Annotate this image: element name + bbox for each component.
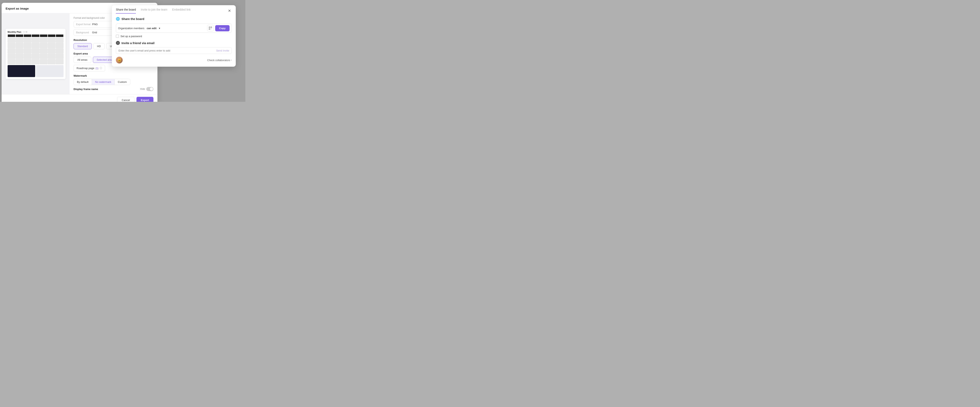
share-link-row: Organization members can edit ▾ bbox=[116, 24, 232, 33]
display-frame-toggle-group: Hide bbox=[140, 87, 153, 91]
display-frame-row: Display frame name Hide bbox=[73, 87, 153, 91]
permission-value: can edit bbox=[146, 27, 156, 30]
permission-dropdown[interactable]: Organization members can edit ▾ bbox=[118, 27, 160, 30]
display-frame-label: Display frame name bbox=[73, 88, 98, 90]
export-dialog-footer: Cancel Export bbox=[2, 94, 158, 102]
copy-button[interactable]: Copy bbox=[215, 25, 230, 31]
invite-title-text: Invite a friend via email bbox=[121, 41, 154, 45]
qr-code-button[interactable] bbox=[207, 25, 213, 31]
roadmap-label: Roadmap page bbox=[76, 67, 94, 70]
display-frame-toggle[interactable] bbox=[146, 87, 153, 91]
display-frame-value: Hide bbox=[140, 88, 145, 90]
permission-label: Organization members bbox=[118, 27, 145, 30]
watermark-none-button[interactable]: No watermark bbox=[92, 79, 115, 85]
export-dialog-title: Export as image bbox=[6, 7, 29, 10]
tab-invite-team[interactable]: Invite to join the team bbox=[141, 8, 167, 14]
svg-rect-7 bbox=[211, 29, 212, 29]
password-checkbox[interactable] bbox=[116, 35, 119, 38]
watermark-custom-button[interactable]: Custom bbox=[115, 79, 130, 85]
background-label: Background bbox=[76, 31, 92, 34]
minus-icon: − bbox=[116, 41, 120, 45]
collaborator-row: 🐱 Check collaborators › bbox=[116, 57, 232, 63]
cancel-button[interactable]: Cancel bbox=[117, 97, 134, 102]
preview-grid-header bbox=[8, 34, 64, 37]
resolution-standard-button[interactable]: Standard bbox=[73, 43, 92, 49]
check-collaborators-text: Check collaborators bbox=[207, 59, 230, 62]
password-label: Set up a password bbox=[121, 35, 142, 38]
resolution-hd-button[interactable]: HD bbox=[93, 43, 105, 49]
permission-arrow-icon: ▾ bbox=[159, 27, 160, 30]
tab-share-board[interactable]: Share the board bbox=[116, 8, 136, 14]
svg-rect-1 bbox=[209, 27, 210, 27]
check-collaborators-link[interactable]: Check collaborators › bbox=[207, 59, 232, 62]
export-preview-panel: Monthly Plan bbox=[2, 13, 70, 94]
watermark-option-group: By default No watermark Custom bbox=[73, 79, 130, 85]
export-button[interactable]: Export bbox=[137, 97, 153, 102]
watermark-section-title: Watermark bbox=[73, 74, 153, 77]
svg-rect-6 bbox=[211, 29, 211, 29]
invite-email-input[interactable] bbox=[118, 49, 216, 52]
share-dialog: Share the board Invite to join the team … bbox=[112, 5, 236, 67]
share-close-button[interactable]: ✕ bbox=[227, 8, 232, 13]
collaborator-avatar: 🐱 bbox=[116, 57, 123, 63]
preview-bottom-cards bbox=[8, 65, 64, 77]
invite-input-row: Send Invite bbox=[116, 47, 232, 54]
watermark-default-button[interactable]: By default bbox=[74, 79, 92, 85]
toggle-knob bbox=[150, 87, 153, 90]
share-title-text: Share the board bbox=[121, 17, 144, 21]
share-dialog-header: Share the board Invite to join the team … bbox=[112, 5, 236, 14]
roadmap-info-icon: ⓘ bbox=[100, 67, 102, 70]
share-tabs: Share the board Invite to join the team … bbox=[116, 8, 191, 14]
send-invite-button[interactable]: Send Invite bbox=[216, 49, 229, 52]
roadmap-count: (1) bbox=[95, 67, 99, 70]
preview-title: Monthly Plan bbox=[8, 31, 64, 33]
svg-rect-9 bbox=[211, 29, 212, 29]
preview-dots bbox=[23, 32, 27, 32]
globe-icon: 🌐 bbox=[116, 17, 120, 21]
invite-section-title: − Invite a friend via email bbox=[116, 41, 232, 45]
svg-rect-3 bbox=[211, 27, 212, 27]
svg-rect-8 bbox=[211, 29, 211, 29]
password-row: Set up a password bbox=[116, 35, 232, 38]
chevron-right-icon: › bbox=[231, 59, 232, 62]
area-all-button[interactable]: All areas bbox=[73, 57, 91, 63]
export-preview-image: Monthly Plan bbox=[6, 29, 65, 79]
share-dialog-body: 🌐 Share the board Organization members c… bbox=[112, 14, 236, 67]
svg-rect-5 bbox=[209, 29, 210, 29]
tab-embedded-link[interactable]: Embedded link bbox=[172, 8, 191, 14]
avatar-image: 🐱 bbox=[116, 57, 123, 63]
preview-grid-rows bbox=[8, 38, 64, 64]
roadmap-page-button[interactable]: Roadmap page (1) ⓘ bbox=[73, 65, 105, 71]
format-label: Export format bbox=[76, 23, 92, 26]
share-section-title: 🌐 Share the board bbox=[116, 17, 232, 21]
